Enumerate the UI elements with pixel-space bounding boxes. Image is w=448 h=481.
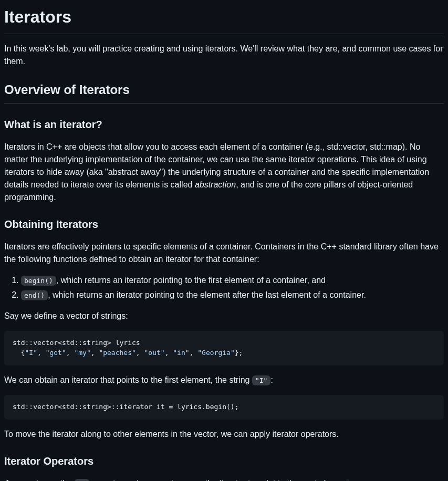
operators-list: operator++: the ++ operator, or incremen… bbox=[4, 477, 444, 481]
obtaining-heading: Obtaining Iterators bbox=[4, 216, 444, 232]
move-paragraph: To move the iterator along to other elem… bbox=[4, 428, 444, 441]
operators-heading: Iterator Operators bbox=[4, 453, 444, 469]
code-block-lyrics: std::vector<std::string> lyrics {"I", "g… bbox=[4, 331, 444, 365]
obtaining-paragraph: Iterators are effectively pointers to sp… bbox=[4, 240, 444, 266]
plusplus-code: ++ bbox=[75, 479, 89, 481]
define-vector-paragraph: Say we define a vector of strings: bbox=[4, 310, 444, 322]
what-is-paragraph: Iterators in C++ are objects that allow … bbox=[4, 141, 444, 204]
code-block-begin: std::vector<std::string>::iterator it = … bbox=[4, 395, 444, 420]
page-title: Iterators bbox=[4, 4, 444, 34]
obtain-iter-paragraph: We can obtain an iterator that points to… bbox=[4, 374, 444, 386]
what-is-heading: What is an iterator? bbox=[4, 117, 444, 132]
list-item-begin: begin(), which returns an iterator point… bbox=[21, 274, 444, 287]
begin-code: begin() bbox=[21, 276, 56, 286]
end-code: end() bbox=[21, 290, 48, 300]
string-i-code: "I" bbox=[252, 375, 270, 385]
abstraction-em: abstraction bbox=[195, 180, 236, 189]
iterator-functions-list: begin(), which returns an iterator point… bbox=[4, 274, 444, 301]
intro-paragraph: In this week's lab, you will practice cr… bbox=[4, 43, 444, 68]
list-item-end: end(), which returns an iterator pointin… bbox=[21, 289, 444, 301]
overview-heading: Overview of Iterators bbox=[4, 80, 444, 104]
operator-increment-item: operator++: the ++ operator, or incremen… bbox=[15, 477, 444, 481]
